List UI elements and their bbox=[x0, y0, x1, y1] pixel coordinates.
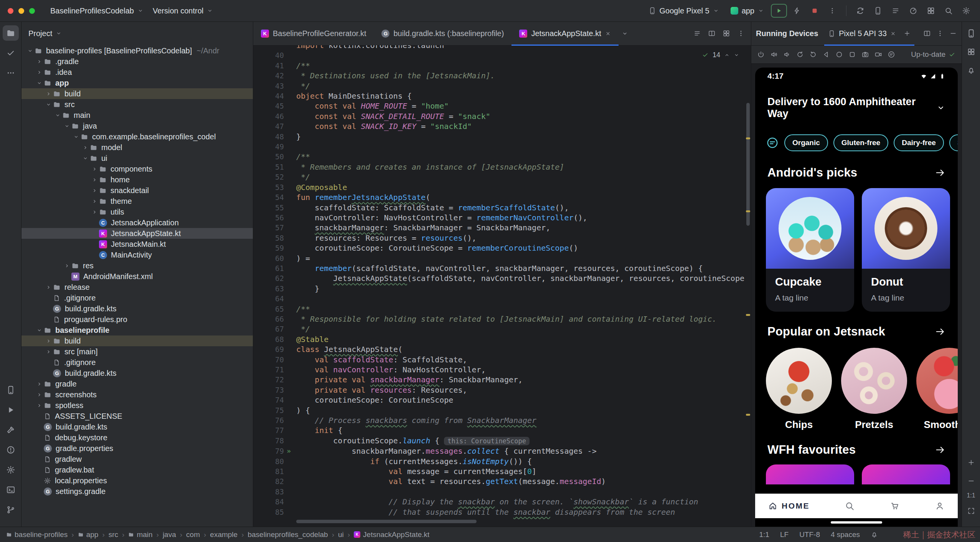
snack-card-donut[interactable]: DonutA tag line bbox=[862, 188, 950, 312]
search-icon[interactable] bbox=[845, 501, 855, 511]
kebab-icon[interactable] bbox=[936, 30, 944, 37]
sdk-manager-button[interactable] bbox=[923, 3, 939, 18]
device-tab-pixel5[interactable]: Pixel 5 API 33 bbox=[824, 21, 900, 45]
snack-circle-chips[interactable]: Chips bbox=[766, 348, 832, 431]
code-editor[interactable]: import kotlinx.coroutines.launch4041/**4… bbox=[253, 45, 751, 527]
tree-item-components[interactable]: components bbox=[21, 164, 253, 174]
nav-home-button[interactable]: HOME bbox=[768, 501, 810, 511]
terminal-tool-button[interactable] bbox=[3, 482, 19, 497]
tree-item-theme[interactable]: theme bbox=[21, 196, 253, 207]
editor-tab-build-gradle-kts-baselineprofile[interactable]: Gbuild.gradle.kts (:baselineprofile) bbox=[374, 21, 511, 45]
home-button[interactable] bbox=[833, 48, 846, 61]
chevron-right-icon[interactable] bbox=[81, 145, 90, 150]
tree-item-jetsnackapplication[interactable]: CJetsnackApplication bbox=[21, 217, 253, 228]
run-tool-button[interactable] bbox=[3, 402, 19, 418]
project-widget[interactable]: BaselineProfilesCodelab bbox=[46, 4, 148, 18]
tree-item-build[interactable]: build bbox=[21, 88, 253, 99]
tree-item-baseline-profiles-baselineprofilescodelab[interactable]: baseline-profiles [BaselineProfilesCodel… bbox=[21, 45, 253, 56]
tree-item-gradlew[interactable]: gradlew bbox=[21, 454, 253, 464]
version-control-tool-button[interactable] bbox=[3, 502, 19, 517]
volume-down-button[interactable] bbox=[780, 48, 794, 61]
filter-pill-organic[interactable]: Organic bbox=[784, 134, 828, 151]
breadcrumb-baselineprofiles-codelab[interactable]: baselineprofiles_codelab bbox=[247, 530, 328, 539]
editor-list-icon[interactable] bbox=[693, 30, 701, 37]
breadcrumb-ui[interactable]: ui bbox=[338, 530, 344, 539]
prev-problem-icon[interactable] bbox=[724, 52, 730, 58]
tree-item-ui[interactable]: ui bbox=[21, 153, 253, 164]
back-button[interactable] bbox=[820, 48, 833, 61]
arrow-right-icon[interactable] bbox=[935, 326, 945, 337]
screenshot-button[interactable] bbox=[859, 48, 872, 61]
tree-item-proguard-rules-pro[interactable]: proguard-rules.pro bbox=[21, 314, 253, 325]
tree-item-screenshots[interactable]: screenshots bbox=[21, 389, 253, 400]
tree-item-spotless[interactable]: spotless bbox=[21, 400, 253, 411]
hide-panel-icon[interactable] bbox=[949, 30, 957, 37]
breadcrumb-main[interactable]: main bbox=[128, 530, 152, 539]
rotate-right-button[interactable] bbox=[807, 48, 820, 61]
tree-item-settings-gradle[interactable]: Gsettings.gradle bbox=[21, 486, 253, 497]
chevron-right-icon[interactable] bbox=[90, 166, 99, 172]
chevron-right-icon[interactable] bbox=[35, 59, 44, 64]
tree-item-utils[interactable]: utils bbox=[21, 207, 253, 217]
profile-icon[interactable] bbox=[935, 501, 945, 511]
tree-item-build-gradle-kts[interactable]: Gbuild.gradle.kts bbox=[21, 303, 253, 314]
more-tool-windows-tool-button[interactable] bbox=[3, 65, 19, 81]
status-item-1-1[interactable]: 1:1 bbox=[759, 530, 769, 539]
search-everywhere-button[interactable] bbox=[941, 3, 956, 18]
tree-item-gitignore[interactable]: .gitignore bbox=[21, 357, 253, 368]
services-tool-button[interactable] bbox=[3, 462, 19, 478]
chevron-down-icon[interactable] bbox=[71, 134, 81, 140]
layout-inspector-strip-button[interactable] bbox=[964, 45, 978, 59]
vcs-widget[interactable]: Version control bbox=[148, 4, 218, 18]
emulator-screen[interactable]: 4:17 Delivery to 1600 Amphitheater Way O… bbox=[755, 68, 958, 527]
tree-item-idea[interactable]: .idea bbox=[21, 67, 253, 78]
chevron-down-icon[interactable] bbox=[25, 48, 35, 54]
chevron-right-icon[interactable] bbox=[35, 392, 44, 398]
tree-item-gradlew-bat[interactable]: gradlew.bat bbox=[21, 464, 253, 475]
chevron-down-icon[interactable] bbox=[53, 112, 62, 118]
chevron-down-icon[interactable] bbox=[81, 155, 90, 161]
profiler-button[interactable] bbox=[906, 3, 921, 18]
delivery-selector[interactable]: Delivery to 1600 Amphitheater Way bbox=[755, 84, 958, 124]
arrow-right-icon[interactable] bbox=[935, 445, 945, 455]
tree-item-build[interactable]: build bbox=[21, 335, 253, 346]
tree-item-snackdetail[interactable]: snackdetail bbox=[21, 185, 253, 196]
next-problem-icon[interactable] bbox=[734, 52, 739, 58]
overview-button[interactable] bbox=[846, 48, 859, 61]
chevron-right-icon[interactable] bbox=[44, 349, 53, 355]
settings-button[interactable] bbox=[885, 48, 898, 61]
tree-item-local-properties[interactable]: local.properties bbox=[21, 475, 253, 486]
device-explorer-tool-button[interactable] bbox=[3, 382, 19, 398]
zoom-window-icon[interactable] bbox=[29, 8, 35, 14]
tree-item-release[interactable]: release bbox=[21, 282, 253, 292]
tree-item-res[interactable]: res bbox=[21, 260, 253, 271]
editor-grid-icon[interactable] bbox=[723, 30, 730, 37]
tree-item-gradle[interactable]: gradle bbox=[21, 378, 253, 389]
device-manager-button[interactable] bbox=[870, 3, 886, 18]
breadcrumb-app[interactable]: app bbox=[78, 530, 99, 539]
cart-icon[interactable] bbox=[890, 501, 900, 511]
more-run-options-button[interactable] bbox=[825, 3, 840, 18]
chevron-right-icon[interactable] bbox=[44, 284, 53, 290]
horizontal-scrollbar[interactable] bbox=[296, 520, 477, 523]
run-configuration[interactable]: app bbox=[726, 4, 769, 18]
warning-stripe-mark[interactable] bbox=[746, 137, 750, 139]
split-panel-icon[interactable] bbox=[923, 30, 931, 37]
status-item-4-spaces[interactable]: 4 spaces bbox=[831, 530, 860, 539]
filter-pill-gluten-free[interactable]: Gluten-free bbox=[833, 134, 888, 151]
chevron-down-icon[interactable] bbox=[62, 123, 71, 129]
split-editor-icon[interactable] bbox=[708, 30, 716, 37]
tree-item-build-gradle-kts[interactable]: Gbuild.gradle.kts bbox=[21, 368, 253, 378]
chevron-down-icon[interactable] bbox=[35, 80, 44, 86]
chevron-right-icon[interactable] bbox=[90, 209, 99, 215]
volume-up-button[interactable] bbox=[767, 48, 780, 61]
status-item-utf-8[interactable]: UTF-8 bbox=[799, 530, 820, 539]
breadcrumb-com[interactable]: com bbox=[186, 530, 200, 539]
editor-tab-jetsnackappstate-kt[interactable]: KJetsnackAppState.kt bbox=[511, 21, 618, 45]
tree-item-model[interactable]: model bbox=[21, 142, 253, 153]
hidden-tabs-icon[interactable] bbox=[622, 30, 628, 37]
tree-item-assets-license[interactable]: ASSETS_LICENSE bbox=[21, 411, 253, 421]
notifications-icon[interactable] bbox=[871, 531, 878, 538]
notifications-strip-button[interactable] bbox=[964, 63, 978, 78]
tree-item-debug-keystore[interactable]: debug.keystore bbox=[21, 432, 253, 443]
